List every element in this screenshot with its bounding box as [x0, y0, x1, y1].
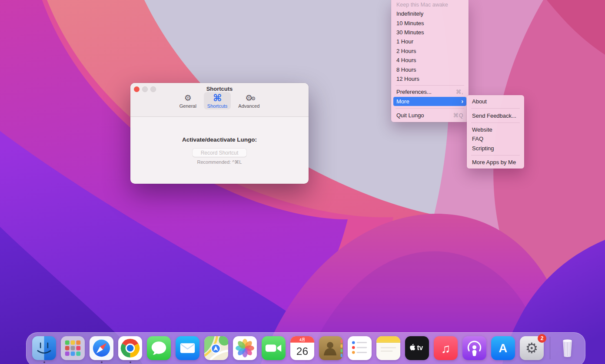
dock-item-notes[interactable]: [376, 336, 400, 360]
contacts-icon: [319, 336, 343, 360]
record-shortcut-button[interactable]: Record Shortcut: [193, 149, 246, 157]
dock-item-launchpad[interactable]: [61, 336, 85, 360]
menu-item-30-minutes[interactable]: 30 Minutes: [393, 28, 466, 37]
facetime-icon: [262, 336, 286, 360]
menu-item-preferences[interactable]: Preferences... ⌘,: [393, 87, 466, 96]
command-icon: ⌘: [213, 93, 222, 103]
window-title: Shortcuts: [130, 86, 309, 92]
dock-item-trash[interactable]: [555, 336, 579, 360]
dock-item-photos[interactable]: [233, 336, 257, 360]
shortcut-hint: ⌘Q: [453, 112, 463, 119]
lungo-menubar-menu: Keep this Mac awake Indefinitely 10 Minu…: [391, 0, 469, 122]
launchpad-icon: [61, 336, 85, 360]
submenu-item-send-feedback[interactable]: Send Feedback...: [469, 111, 522, 120]
menu-item-8-hours[interactable]: 8 Hours: [393, 65, 466, 74]
notification-badge: 2: [538, 334, 546, 343]
dock-item-music[interactable]: ♫: [434, 336, 458, 360]
menu-item-12-hours[interactable]: 12 Hours: [393, 74, 466, 83]
menu-item-10-minutes[interactable]: 10 Minutes: [393, 18, 466, 27]
menu-separator: [471, 108, 520, 109]
shortcut-hint: ⌘,: [456, 89, 463, 95]
menu-separator: [396, 85, 464, 86]
dock-item-calendar[interactable]: 4月 26: [290, 336, 314, 360]
lungo-preferences-window: Shortcuts ⚙ General ⌘ Shortcuts ⚙⚙ Advan…: [130, 83, 309, 184]
shortcut-heading: Activate/deactivate Lungo:: [130, 136, 309, 143]
chrome-icon: [118, 336, 142, 360]
menu-separator: [471, 155, 520, 156]
calendar-day: 26: [296, 345, 308, 357]
menu-item-4-hours[interactable]: 4 Hours: [393, 56, 466, 65]
submenu-item-website[interactable]: Website: [469, 125, 522, 134]
notes-icon: [376, 336, 400, 360]
dock-item-system-preferences[interactable]: ⚙ 2: [520, 336, 544, 360]
trash-icon: [555, 336, 579, 360]
submenu-item-more-apps-by-me[interactable]: More Apps by Me: [469, 158, 522, 167]
gears-icon: ⚙⚙: [245, 93, 253, 103]
finder-icon: [32, 336, 56, 360]
menu-item-more[interactable]: More ›: [393, 97, 466, 106]
menu-item-quit-lungo[interactable]: Quit Lungo ⌘Q: [393, 111, 466, 120]
preferences-toolbar: ⚙ General ⌘ Shortcuts ⚙⚙ Advanced: [130, 92, 309, 109]
tab-label: Advanced: [238, 103, 259, 109]
menu-separator: [396, 108, 464, 109]
menu-header-keep-awake: Keep this Mac awake: [393, 0, 466, 9]
tab-advanced[interactable]: ⚙⚙ Advanced: [235, 92, 263, 109]
reminders-icon: [348, 336, 372, 360]
tab-label: Shortcuts: [207, 103, 227, 109]
dock-item-facetime[interactable]: [262, 336, 286, 360]
gear-icon: ⚙: [525, 340, 539, 356]
menu-item-2-hours[interactable]: 2 Hours: [393, 46, 466, 56]
tab-general[interactable]: ⚙ General: [176, 92, 200, 109]
music-note-glyph: ♫: [441, 341, 450, 355]
maps-icon: [204, 336, 228, 360]
dock-item-safari[interactable]: [90, 336, 113, 360]
dock-item-podcasts[interactable]: [462, 336, 486, 360]
submenu-item-scripting[interactable]: Scripting: [469, 144, 522, 153]
dock-item-maps[interactable]: [204, 336, 228, 360]
running-indicator: [130, 361, 131, 363]
submenu-item-about[interactable]: About: [469, 97, 522, 106]
calendar-icon: 4月 26: [290, 336, 314, 360]
chevron-right-icon: ›: [461, 98, 463, 105]
dock-item-chrome[interactable]: [118, 336, 142, 360]
menu-item-1-hour[interactable]: 1 Hour: [393, 37, 466, 46]
app-store-icon: A: [491, 336, 515, 360]
window-titlebar: Shortcuts ⚙ General ⌘ Shortcuts ⚙⚙ Advan…: [130, 83, 309, 117]
menu-item-indefinitely[interactable]: Indefinitely: [393, 9, 466, 18]
dock-item-contacts[interactable]: [319, 336, 343, 360]
mail-icon: [176, 336, 199, 360]
dock-item-finder[interactable]: [32, 336, 56, 360]
submenu-item-faq[interactable]: FAQ: [469, 134, 522, 143]
tab-label: General: [180, 103, 196, 109]
dock-item-reminders[interactable]: [348, 336, 372, 360]
photos-icon: [233, 336, 257, 360]
dock-separator: [550, 337, 550, 359]
running-indicator: [101, 361, 103, 363]
podcasts-icon: [462, 336, 486, 360]
dock-item-app-store[interactable]: A: [491, 336, 515, 360]
safari-icon: [90, 336, 113, 360]
dock: 4月 26: [26, 332, 585, 364]
tab-shortcuts[interactable]: ⌘ Shortcuts: [204, 92, 231, 109]
dock-item-tv[interactable]: tv: [405, 336, 429, 360]
apple-tv-icon: tv: [405, 336, 429, 360]
dock-item-messages[interactable]: [147, 336, 171, 360]
messages-icon: [147, 336, 171, 360]
gear-icon: ⚙: [184, 93, 192, 103]
dock-item-mail[interactable]: [176, 336, 199, 360]
lungo-more-submenu: About Send Feedback... Website FAQ Scrip…: [467, 95, 524, 169]
running-indicator: [43, 361, 45, 363]
desktop: Shortcuts ⚙ General ⌘ Shortcuts ⚙⚙ Advan…: [0, 0, 605, 364]
tv-label: tv: [417, 344, 423, 351]
app-store-glyph: A: [499, 341, 508, 355]
menu-separator: [471, 122, 520, 123]
calendar-month: 4月: [299, 338, 305, 342]
recommended-shortcut-text: Recommended: ^⌘L: [130, 159, 309, 165]
music-icon: ♫: [434, 336, 458, 360]
